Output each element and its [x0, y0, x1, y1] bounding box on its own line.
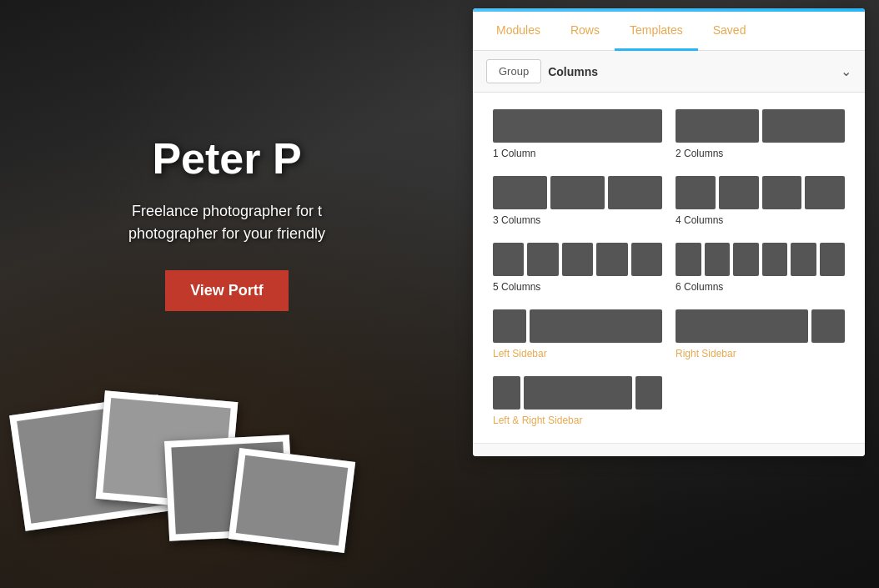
photo-frame-4: [229, 448, 355, 553]
tab-templates[interactable]: Templates: [615, 12, 698, 51]
col-option-3col[interactable]: 3 Columns: [493, 176, 662, 226]
col-block: [719, 176, 759, 209]
col-block: [562, 243, 593, 276]
col-block-small: [493, 309, 526, 343]
tab-modules[interactable]: Modules: [481, 12, 555, 51]
col-label-right-sidebar: Right Sidebar: [676, 348, 845, 359]
hero-text: Peter P Freelance photographer for tphot…: [42, 133, 412, 311]
dropdown-arrow-icon[interactable]: ⌄: [841, 63, 851, 79]
col-block-large: [524, 376, 632, 410]
col-preview-lr-sidebar: [493, 376, 662, 410]
col-preview-1col: [493, 109, 662, 143]
col-option-4col[interactable]: 4 Columns: [676, 176, 845, 226]
col-preview-6col: [676, 243, 845, 276]
panel-subheader: Group Columns ⌄: [473, 51, 865, 93]
col-option-6col[interactable]: 6 Columns: [676, 243, 845, 293]
col-block-small: [811, 309, 845, 343]
col-block: [805, 176, 845, 209]
col-label-left-sidebar: Left Sidebar: [493, 348, 662, 359]
col-option-5col[interactable]: 5 Columns: [493, 243, 662, 293]
hero-cta-button[interactable]: View Portf: [165, 270, 289, 311]
col-block-small: [493, 376, 520, 410]
col-block-small: [635, 376, 663, 410]
col-block: [527, 243, 558, 276]
col-preview-2col: [676, 109, 845, 143]
col-option-left-sidebar[interactable]: Left Sidebar: [493, 309, 662, 359]
col-label-1col: 1 Column: [493, 148, 662, 159]
col-block: [762, 176, 802, 209]
col-block: [791, 243, 816, 276]
col-block: [762, 243, 788, 276]
col-preview-left-sidebar: [493, 309, 662, 343]
tab-saved[interactable]: Saved: [698, 12, 761, 51]
col-block: [676, 109, 759, 143]
col-label-6col: 6 Columns: [676, 281, 845, 293]
hero-title: Peter P: [42, 133, 412, 183]
col-label-lr-sidebar: Left & Right Sidebar: [493, 415, 662, 426]
group-button[interactable]: Group: [486, 59, 541, 83]
col-preview-right-sidebar: [676, 309, 845, 343]
col-label-2col: 2 Columns: [676, 148, 845, 159]
col-block: [676, 176, 716, 209]
panel-tabs: Modules Rows Templates Saved: [473, 12, 865, 51]
col-option-1col[interactable]: 1 Column: [493, 109, 662, 159]
col-block: [493, 243, 524, 276]
col-block: [705, 243, 731, 276]
columns-panel: Modules Rows Templates Saved Group Colum…: [473, 8, 865, 456]
col-preview-4col: [676, 176, 845, 209]
panel-bottom: [473, 443, 865, 456]
col-label-4col: 4 Columns: [676, 214, 845, 226]
panel-body: 1 Column 2 Columns 3 Columns: [473, 93, 865, 443]
col-preview-3col: [493, 176, 662, 209]
col-block-large: [530, 309, 662, 343]
col-label-5col: 5 Columns: [493, 281, 662, 293]
col-option-2col[interactable]: 2 Columns: [676, 109, 845, 159]
col-option-right-sidebar[interactable]: Right Sidebar: [676, 309, 845, 359]
tab-rows[interactable]: Rows: [555, 12, 615, 51]
col-block-large: [676, 309, 808, 343]
col-block: [676, 243, 701, 276]
hero-subtitle: Freelance photographer for tphotographer…: [42, 200, 412, 245]
col-block: [608, 176, 662, 209]
columns-grid: 1 Column 2 Columns 3 Columns: [493, 109, 845, 426]
columns-label: Columns: [548, 65, 834, 78]
col-label-3col: 3 Columns: [493, 214, 662, 226]
col-block: [820, 243, 846, 276]
col-block: [631, 243, 662, 276]
col-block: [550, 176, 605, 209]
col-preview-5col: [493, 243, 662, 276]
col-block: [762, 109, 846, 143]
col-block: [596, 243, 627, 276]
col-block: [493, 176, 547, 209]
col-block: [493, 109, 662, 143]
col-option-lr-sidebar[interactable]: Left & Right Sidebar: [493, 376, 662, 426]
col-block: [733, 243, 759, 276]
